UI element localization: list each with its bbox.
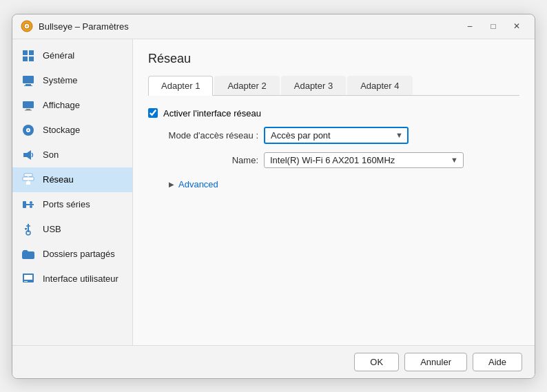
titlebar-left: Bullseye – Paramètres bbox=[21, 20, 129, 32]
access-mode-row: Mode d'accès réseau : Accès par pont NAT… bbox=[162, 127, 519, 144]
page-title: Réseau bbox=[148, 52, 519, 66]
sidebar-label-ports: Ports séries bbox=[43, 199, 90, 209]
sidebar-item-usb[interactable]: USB bbox=[12, 217, 132, 242]
display-icon bbox=[21, 98, 36, 113]
svg-rect-11 bbox=[26, 109, 30, 110]
tab-adapter2[interactable]: Adapter 2 bbox=[214, 76, 279, 95]
main-window: Bullseye – Paramètres – □ ✕ Général Syst… bbox=[12, 14, 535, 379]
advanced-label: Advanced bbox=[178, 179, 218, 189]
sound-icon bbox=[21, 147, 36, 163]
svg-rect-16 bbox=[23, 153, 27, 157]
sidebar-label-general: Général bbox=[43, 50, 74, 61]
svg-rect-6 bbox=[29, 56, 34, 61]
sidebar-item-reseau[interactable]: Réseau bbox=[12, 167, 132, 192]
activate-checkbox[interactable] bbox=[148, 108, 158, 118]
svg-point-25 bbox=[30, 201, 32, 204]
svg-marker-17 bbox=[27, 150, 31, 160]
main-content: Réseau Adapter 1 Adapter 2 Adapter 3 Ada… bbox=[133, 39, 535, 345]
activate-label: Activer l'interface réseau bbox=[163, 108, 261, 118]
network-icon bbox=[21, 172, 36, 187]
tab-adapter4[interactable]: Adapter 4 bbox=[347, 76, 412, 95]
svg-rect-23 bbox=[23, 201, 26, 208]
sidebar-label-usb: USB bbox=[43, 224, 61, 234]
svg-rect-9 bbox=[24, 85, 32, 86]
svg-rect-18 bbox=[26, 181, 30, 185]
sidebar-item-dossiers[interactable]: Dossiers partagés bbox=[12, 242, 132, 267]
help-button[interactable]: Aide bbox=[473, 353, 522, 371]
minimize-button[interactable]: – bbox=[460, 19, 479, 34]
svg-rect-7 bbox=[23, 76, 34, 83]
svg-rect-3 bbox=[23, 50, 28, 55]
svg-rect-12 bbox=[25, 110, 32, 110]
footer: OK Annuler Aide bbox=[12, 345, 535, 378]
svg-rect-4 bbox=[29, 50, 34, 55]
window-title: Bullseye – Paramètres bbox=[39, 21, 129, 32]
access-mode-select-wrapper: Accès par pont NAT Réseau interne Réseau… bbox=[264, 127, 409, 144]
tabs-bar: Adapter 1 Adapter 2 Adapter 3 Adapter 4 bbox=[148, 76, 519, 96]
sidebar-item-ports[interactable]: Ports séries bbox=[12, 192, 132, 217]
sidebar-label-affichage: Affichage bbox=[43, 100, 80, 110]
system-icon bbox=[21, 73, 36, 88]
usb-icon bbox=[21, 222, 36, 237]
name-select-wrapper: Intel(R) Wi-Fi 6 AX201 160MHz ▼ bbox=[264, 152, 464, 168]
svg-rect-20 bbox=[24, 174, 32, 176]
tab-adapter1[interactable]: Adapter 1 bbox=[148, 76, 213, 96]
sidebar-item-son[interactable]: Son bbox=[12, 143, 132, 167]
svg-point-15 bbox=[28, 130, 29, 131]
sidebar-label-son: Son bbox=[43, 149, 59, 160]
svg-rect-10 bbox=[23, 101, 34, 108]
form-section: Activer l'interface réseau Mode d'accès … bbox=[148, 108, 519, 189]
sidebar-label-interface: Interface utilisateur bbox=[43, 274, 118, 284]
sidebar-item-systeme[interactable]: Système bbox=[12, 68, 132, 93]
svg-rect-19 bbox=[23, 177, 34, 180]
svg-rect-31 bbox=[24, 275, 32, 280]
titlebar-controls: – □ ✕ bbox=[460, 19, 526, 34]
access-mode-select[interactable]: Accès par pont NAT Réseau interne Réseau… bbox=[264, 127, 409, 144]
svg-rect-5 bbox=[23, 56, 28, 61]
sidebar-item-general[interactable]: Général bbox=[12, 43, 132, 68]
sidebar: Général Système Affichage Stockage bbox=[12, 39, 133, 345]
sidebar-label-reseau: Réseau bbox=[43, 174, 74, 185]
sidebar-item-stockage[interactable]: Stockage bbox=[12, 118, 132, 143]
sidebar-label-stockage: Stockage bbox=[43, 125, 80, 135]
folder-icon bbox=[21, 247, 36, 262]
svg-rect-32 bbox=[24, 281, 28, 282]
app-icon bbox=[21, 20, 33, 32]
ports-icon bbox=[21, 197, 36, 212]
storage-icon bbox=[21, 123, 36, 138]
activate-interface-row: Activer l'interface réseau bbox=[148, 108, 519, 118]
svg-point-2 bbox=[26, 25, 28, 28]
sidebar-label-dossiers: Dossiers partagés bbox=[43, 249, 115, 259]
sidebar-label-systeme: Système bbox=[43, 75, 78, 85]
cancel-button[interactable]: Annuler bbox=[404, 353, 467, 371]
titlebar: Bullseye – Paramètres – □ ✕ bbox=[12, 14, 535, 39]
sidebar-item-interface[interactable]: Interface utilisateur bbox=[12, 267, 132, 291]
maximize-button[interactable]: □ bbox=[484, 19, 503, 34]
advanced-expand-icon: ▶ bbox=[169, 180, 174, 188]
advanced-row[interactable]: ▶ Advanced bbox=[169, 179, 519, 189]
content-area: Général Système Affichage Stockage bbox=[12, 39, 535, 345]
general-icon bbox=[21, 48, 36, 63]
close-button[interactable]: ✕ bbox=[507, 19, 526, 34]
sidebar-item-affichage[interactable]: Affichage bbox=[12, 93, 132, 118]
interface-icon bbox=[21, 271, 36, 287]
tab-adapter3[interactable]: Adapter 3 bbox=[281, 76, 346, 95]
name-row: Name: Intel(R) Wi-Fi 6 AX201 160MHz ▼ bbox=[162, 152, 519, 168]
svg-rect-8 bbox=[25, 84, 31, 85]
access-mode-label: Mode d'accès réseau : bbox=[162, 130, 258, 141]
ok-button[interactable]: OK bbox=[354, 353, 399, 371]
svg-point-26 bbox=[30, 205, 32, 208]
name-select[interactable]: Intel(R) Wi-Fi 6 AX201 160MHz bbox=[264, 152, 464, 168]
name-label: Name: bbox=[162, 155, 258, 165]
